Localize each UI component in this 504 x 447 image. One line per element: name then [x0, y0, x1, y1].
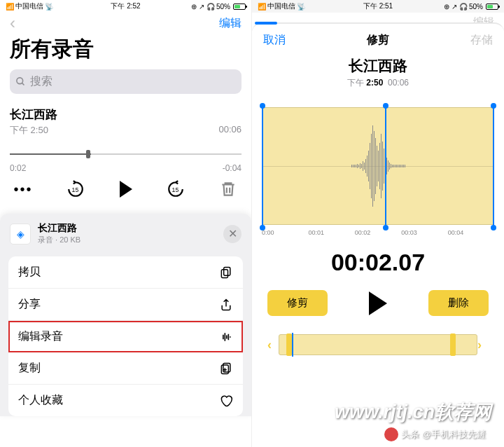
recording-time: 下午 2:50: [10, 124, 48, 137]
remaining-time: -0:04: [223, 163, 241, 173]
avatar-icon: [384, 427, 398, 441]
waveform-editor[interactable]: [262, 107, 494, 225]
svg-text:15: 15: [72, 186, 79, 193]
action-duplicate[interactable]: 复制: [8, 352, 243, 385]
trim-button[interactable]: 修剪: [267, 290, 328, 316]
status-bar-right: 📶中国电信📡 下午 2:51 ⊕ ↗ 🎧50%: [252, 0, 504, 13]
nav-bar: ‹ 编辑: [0, 13, 251, 34]
play-button-large[interactable]: [369, 291, 387, 315]
svg-point-0: [17, 78, 23, 84]
action-copy[interactable]: 拷贝: [8, 256, 243, 289]
trim-title: 修剪: [367, 33, 389, 48]
share-sheet: ◈ 长江西路 录音 · 20 KB ✕ 拷贝 分享 编辑录音 复制: [0, 214, 251, 416]
page-title: 所有录音: [0, 34, 251, 69]
skip-back-15-icon[interactable]: 15: [66, 180, 85, 198]
timecode: 00:02.07: [252, 249, 504, 276]
chevron-left-icon[interactable]: ‹: [267, 338, 279, 352]
waveform-icon: [219, 330, 233, 344]
elapsed-time: 0:02: [10, 163, 26, 173]
status-bar-left: 📶中国电信📡 下午 2:52 ⊕ ↗ 🎧50%: [0, 0, 251, 13]
mini-waveform[interactable]: ‹ ›: [267, 333, 489, 357]
action-favorite[interactable]: 个人收藏: [8, 385, 243, 416]
cancel-button[interactable]: 取消: [263, 33, 286, 48]
playback-scrubber[interactable]: [10, 146, 241, 163]
svg-text:15: 15: [172, 186, 178, 193]
delete-button[interactable]: 删除: [428, 290, 489, 316]
search-icon: [15, 76, 26, 87]
trim-rec-title: 长江西路: [252, 56, 504, 76]
battery-icon: [233, 4, 246, 10]
watermark-url: www.rjtj.cn软荐网: [335, 399, 491, 425]
recording-title: 长江西路: [10, 106, 241, 123]
recording-duration: 00:06: [218, 124, 241, 137]
chevron-right-icon[interactable]: ›: [477, 338, 489, 352]
skip-forward-15-icon[interactable]: 15: [167, 180, 185, 198]
trim-handle-right[interactable]: [491, 104, 496, 229]
sheet-subtitle: 录音 · 20 KB: [38, 235, 223, 245]
trim-rec-subtitle: 下午 2:50 00:06: [252, 77, 504, 89]
recording-item[interactable]: 长江西路 下午 2:50 00:06: [0, 99, 251, 137]
watermark-byline: 头条 @手机科技先鏟: [384, 427, 486, 441]
mini-playhead[interactable]: [292, 333, 293, 357]
mini-handle-right[interactable]: [450, 333, 456, 356]
back-icon[interactable]: ‹: [10, 13, 15, 33]
trash-icon[interactable]: [219, 180, 237, 198]
duplicate-icon: [219, 362, 233, 376]
close-icon[interactable]: ✕: [223, 225, 241, 243]
action-edit-recording[interactable]: 编辑录音: [8, 321, 243, 352]
play-button[interactable]: [120, 181, 132, 198]
share-icon: [219, 298, 233, 312]
mini-handle-left[interactable]: [286, 333, 292, 356]
svg-rect-4: [224, 267, 230, 275]
sheet-title: 长江西路: [38, 222, 223, 235]
svg-line-1: [22, 83, 24, 85]
trim-sheet: 取消 修剪 存储 长江西路 下午 2:50 00:06 0:00 00:01 0…: [252, 22, 504, 447]
save-button[interactable]: 存储: [470, 33, 493, 48]
action-share[interactable]: 分享: [8, 289, 243, 321]
svg-rect-5: [221, 269, 227, 277]
playhead[interactable]: [385, 104, 386, 229]
battery-icon: [486, 4, 498, 10]
copy-icon: [219, 266, 233, 280]
time-ruler: 0:00 00:01 00:02 00:03 00:04: [262, 229, 494, 236]
recording-thumb-icon: ◈: [10, 224, 31, 245]
edit-button[interactable]: 编辑: [219, 16, 241, 31]
more-icon[interactable]: •••: [14, 180, 32, 198]
trim-handle-left[interactable]: [260, 104, 265, 229]
heart-icon: [219, 394, 233, 408]
search-input[interactable]: 搜索: [10, 69, 241, 94]
